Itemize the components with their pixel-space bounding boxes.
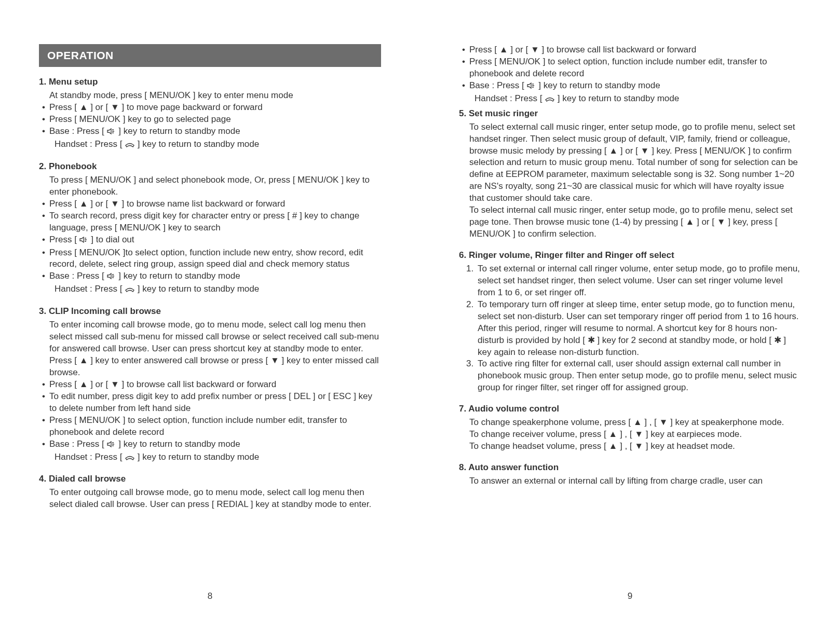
text: ] , [ (642, 417, 659, 427)
text: Press [ (469, 45, 499, 54)
text: ] key at headset mode. (643, 441, 735, 451)
text: ] to dial out (89, 235, 134, 244)
text: Handset : Press [ (55, 452, 125, 462)
text: ] key to return to standby mode (135, 284, 259, 294)
section-6-title: 6. Ringer volume, Ringer filter and Ring… (459, 250, 801, 262)
hangup-icon (125, 284, 135, 296)
text: ] or [ (88, 199, 110, 209)
s7-p3: To change headset volume, press [ ▲ ] , … (459, 441, 801, 453)
text: Press [ (49, 379, 79, 389)
hangup-icon (125, 453, 135, 464)
text: To change receiver volume, press [ (469, 429, 608, 439)
hash-icon: # (292, 211, 297, 221)
s6-item-3: 3.To active ring filter for external cal… (459, 358, 801, 394)
section-2-intro: To press [ MENU/OK ] and select phoneboo… (39, 174, 381, 198)
speaker-icon (79, 235, 89, 247)
s6-item-1: 1.To set external or internal call ringe… (459, 263, 801, 299)
s1-bullet-3-sub: Handset : Press [ ] key to return to sta… (39, 139, 381, 152)
down-icon: ▼ (634, 429, 643, 439)
up-icon: ▲ (608, 441, 617, 451)
s2-bullet-5: Base : Press [ ] key to return to standb… (39, 270, 381, 283)
section-3-title: 3. CLIP Incoming call browse (39, 306, 381, 318)
text: ] key to enter answered call browse or p… (88, 355, 270, 365)
s1-bullet-1: Press [ ▲ ] or [ ▼ ] to move page backwa… (39, 102, 381, 114)
text: ] key at earpieces mode. (643, 429, 742, 439)
down-icon: ▼ (111, 199, 119, 209)
down-icon: ▼ (634, 441, 643, 451)
text: ] to browse call list backward or forwar… (119, 379, 276, 389)
operation-header: OPERATION (39, 44, 381, 67)
s3-bullet-1: Press [ ▲ ] or [ ▼ ] to browse call list… (39, 379, 381, 391)
page-number-left: 8 (208, 591, 212, 602)
down-icon: ▼ (641, 146, 649, 156)
text: ] key to return to standby mode (116, 271, 240, 281)
up-icon: ▲ (608, 429, 617, 439)
text: Base : Press [ (49, 439, 107, 449)
text: ] key at speakerphone mode. (668, 417, 784, 427)
text: ] key to return to standby mode (135, 139, 259, 149)
s6-item-2: 2. To temporary turn off ringer at sleep… (459, 299, 801, 359)
text: ] or [ (694, 217, 716, 227)
top-bullet-1: Press [ ▲ ] or [ ▼ ] to browse call list… (459, 44, 801, 56)
text: Base : Press [ (469, 80, 527, 90)
up-icon: ▲ (79, 102, 88, 112)
text: Handset : Press [ (475, 93, 545, 103)
s2-bullet-4: Press [ MENU/OK ]to select option, funct… (39, 247, 381, 271)
section-4-intro: To enter outgoing call browse mode, go t… (39, 487, 381, 511)
hangup-icon (545, 94, 555, 106)
text: ] to browse call list backward or forwar… (539, 45, 696, 54)
up-icon: ▲ (79, 355, 88, 365)
num-label: 3. (466, 358, 473, 370)
top-bullet-3: Base : Press [ ] key to return to standb… (459, 80, 801, 93)
s7-p2: To change receiver volume, press [ ▲ ] ,… (459, 429, 801, 441)
text: Base : Press [ (49, 126, 107, 136)
up-icon: ▲ (79, 379, 88, 389)
down-icon: ▼ (111, 102, 119, 112)
text: ] key to return to standby mode (116, 439, 240, 449)
text: Press [ (49, 199, 79, 209)
section-5-p2: To select internal call music ringer, en… (459, 204, 801, 240)
text: ] , [ (617, 441, 634, 451)
text: ] or [ (88, 102, 110, 112)
text: ] or [ (88, 379, 110, 389)
text: ] to browse name list backward or forwar… (119, 199, 285, 209)
text: Press [ (49, 102, 79, 112)
s1-bullet-3: Base : Press [ ] key to return to standb… (39, 126, 381, 139)
section-5-p1: To select external call music ringer, en… (459, 121, 801, 205)
num-label: 2. (466, 299, 473, 311)
text: ] key to return to standby mode (555, 93, 679, 103)
s3-bullet-4: Base : Press [ ] key to return to standb… (39, 438, 381, 451)
text: To change speakerphone volume, press [ (469, 417, 633, 427)
section-2-title: 2. Phonebook (39, 161, 381, 173)
page-right: Press [ ▲ ] or [ ▼ ] to browse call list… (420, 0, 840, 617)
text: ] key to return to standby mode (116, 126, 240, 136)
hangup-icon (125, 140, 135, 152)
text: ] key to return to standby mode (135, 452, 259, 462)
page-number-right: 9 (628, 591, 632, 602)
star-icon: ✱ (588, 335, 595, 345)
top-bullet-2: Press [ MENU/OK ] to select option, func… (459, 56, 801, 80)
down-icon: ▼ (111, 379, 119, 389)
text: Press [ (49, 235, 79, 244)
down-icon: ▼ (659, 417, 668, 427)
down-icon: ▼ (717, 217, 726, 227)
num-label: 1. (466, 263, 473, 275)
text: ] key to return to standby mode (536, 80, 660, 90)
s2-bullet-2: To search record, press digit key for ch… (39, 210, 381, 234)
down-icon: ▼ (270, 355, 279, 365)
s2-bullet-1: Press [ ▲ ] or [ ▼ ] to browse name list… (39, 198, 381, 210)
s1-bullet-2: Press [ MENU/OK ] key to go to selected … (39, 114, 381, 126)
section-1-title: 1. Menu setup (39, 76, 381, 88)
text: Base : Press [ (49, 271, 107, 281)
page-left: OPERATION 1. Menu setup At standby mode,… (0, 0, 420, 617)
text: To change headset volume, press [ (469, 441, 608, 451)
up-icon: ▲ (609, 146, 618, 156)
text: To set external or internal call ringer … (478, 264, 800, 297)
text: ] to move page backward or forward (119, 102, 263, 112)
s8-p1: To answer an external or internal call b… (459, 475, 801, 487)
up-icon: ▲ (633, 417, 642, 427)
text: ] , [ (617, 429, 634, 439)
s2-bullet-3: Press [ ] to dial out (39, 234, 381, 247)
speaker-icon (107, 127, 116, 139)
text: Handset : Press [ (55, 139, 125, 149)
